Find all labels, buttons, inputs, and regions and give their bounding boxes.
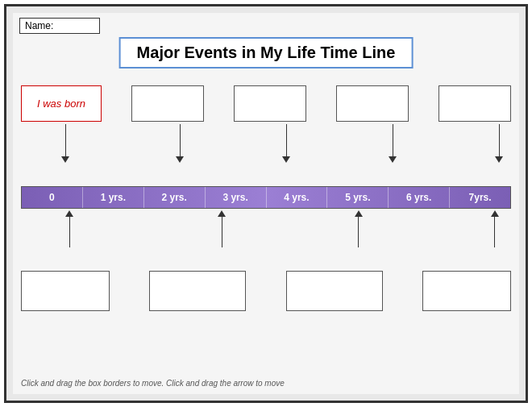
event-box-top-1[interactable] [131,85,204,122]
arrow-down-1 [176,124,184,163]
arrow-head [495,156,503,163]
event-box-top-4[interactable] [438,85,511,122]
arrow-line-up [69,217,70,247]
inner-area: Name: Major Events in My Life Time Line … [13,13,519,394]
arrow-line-up [358,217,359,247]
timeline-bar: 0 1 yrs. 2 yrs. 3 yrs. 4 yrs. 5 yrs. 6 y… [21,186,511,209]
arrow-down-2 [282,124,290,163]
arrow-up-0 [65,210,73,247]
timeline-label-2: 2 yrs. [143,187,205,208]
timeline-label-7: 7yrs. [449,187,510,208]
arrow-head-up [491,210,499,217]
arrow-head [389,156,397,163]
top-boxes-row: I was born [21,85,511,122]
timeline-label-3: 3 yrs. [205,187,266,208]
arrow-up-2 [355,210,363,247]
arrow-line [393,124,393,156]
event-box-bottom-0[interactable] [21,271,110,311]
event-box-top-3[interactable] [336,85,409,122]
timeline-label-1: 1 yrs. [82,187,143,208]
event-box-bottom-3[interactable] [422,271,511,311]
arrow-line-up [222,217,222,247]
event-box-bottom-2[interactable] [286,271,383,311]
outer-border: Name: Major Events in My Life Time Line … [4,4,528,403]
arrow-line [180,124,181,156]
footer-instruction: Click and drag the box borders to move. … [21,379,285,388]
arrow-down-4 [495,124,503,163]
arrow-head [282,156,290,163]
timeline-label-4: 4 yrs. [266,187,327,208]
arrow-head [61,156,69,163]
arrows-bottom-row [21,210,511,247]
arrow-down-0 [61,124,69,163]
timeline-label-6: 6 yrs. [388,187,449,208]
event-box-born[interactable]: I was born [21,85,102,122]
arrow-head-up [218,210,226,217]
event-box-bottom-1[interactable] [149,271,246,311]
event-box-top-2[interactable] [234,85,306,122]
arrow-line [499,124,500,156]
timeline-label-0: 0 [22,187,82,208]
arrows-top-row [21,124,511,163]
arrow-head-up [355,210,363,217]
arrow-head-up [65,210,73,217]
bottom-boxes-row [21,271,511,311]
arrow-line [65,124,66,156]
arrow-up-1 [218,210,226,247]
arrow-head [176,156,184,163]
name-label: Name: [25,20,53,31]
page-title: Major Events in My Life Time Line [119,37,414,69]
arrow-line [286,124,287,156]
arrow-down-3 [389,124,397,163]
arrow-up-3 [491,210,499,247]
timeline-label-5: 5 yrs. [326,187,388,208]
name-field[interactable]: Name: [19,18,100,34]
arrow-line-up [494,217,495,247]
